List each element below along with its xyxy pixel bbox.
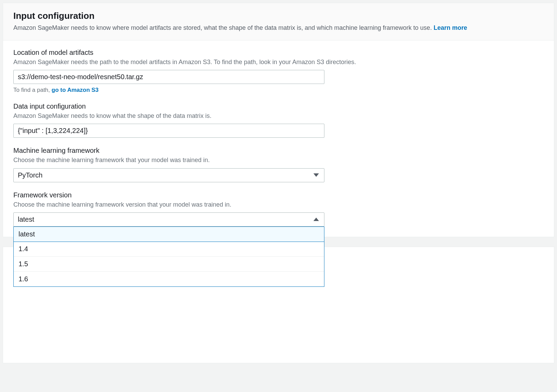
framework-label: Machine learning framework (13, 147, 544, 155)
version-dropdown: latest1.41.51.6 (13, 226, 324, 287)
artifacts-input[interactable] (13, 70, 324, 84)
version-option[interactable]: 1.6 (14, 272, 324, 286)
version-group: Framework version Choose the machine lea… (13, 191, 544, 226)
version-label: Framework version (13, 191, 544, 199)
artifacts-subtext: Amazon SageMaker needs the path to the m… (13, 58, 544, 66)
version-select-value: latest (18, 216, 34, 223)
panel-header: Input configuration Amazon SageMaker nee… (3, 3, 554, 40)
version-subtext: Choose the machine learning framework ve… (13, 200, 544, 209)
version-option[interactable]: latest (13, 226, 324, 242)
panel-description: Amazon SageMaker needs to know where mod… (13, 23, 544, 33)
version-option[interactable]: 1.5 (14, 257, 324, 272)
panel-description-text: Amazon SageMaker needs to know where mod… (13, 24, 432, 31)
data-input-field[interactable] (13, 124, 324, 138)
artifacts-hint: To find a path, go to Amazon S3 (13, 87, 544, 94)
artifacts-label: Location of model artifacts (13, 49, 544, 57)
data-input-group: Data input configuration Amazon SageMake… (13, 102, 544, 138)
version-select[interactable]: latest latest1.41.51.6 (13, 212, 324, 226)
framework-select-display[interactable]: PyTorch (13, 168, 324, 182)
artifacts-hint-prefix: To find a path, (13, 87, 52, 93)
framework-select[interactable]: PyTorch (13, 168, 324, 182)
version-select-display[interactable]: latest (13, 212, 324, 226)
framework-group: Machine learning framework Choose the ma… (13, 147, 544, 182)
framework-subtext: Choose the machine learning framework th… (13, 156, 544, 164)
chevron-up-icon (313, 218, 319, 221)
panel-body: Location of model artifacts Amazon SageM… (3, 40, 554, 237)
framework-select-value: PyTorch (18, 171, 42, 179)
data-input-label: Data input configuration (13, 102, 544, 110)
chevron-down-icon (313, 173, 319, 177)
data-input-subtext: Amazon SageMaker needs to know what the … (13, 112, 544, 120)
version-option[interactable]: 1.4 (14, 242, 324, 257)
artifacts-group: Location of model artifacts Amazon SageM… (13, 49, 544, 94)
input-configuration-panel: Input configuration Amazon SageMaker nee… (3, 3, 554, 237)
panel-title: Input configuration (13, 11, 544, 21)
learn-more-link[interactable]: Learn more (434, 24, 467, 31)
go-to-s3-link[interactable]: go to Amazon S3 (52, 87, 99, 93)
